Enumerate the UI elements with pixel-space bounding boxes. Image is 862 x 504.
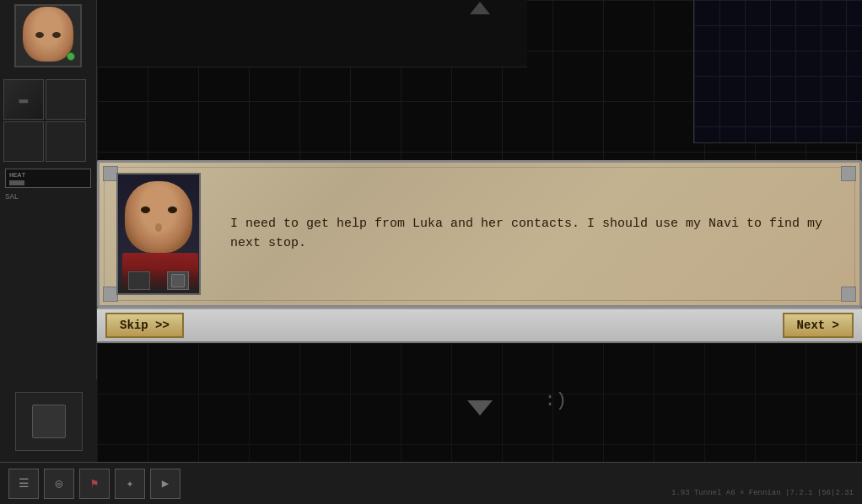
eye-right — [52, 32, 61, 38]
small-panel-content — [15, 392, 83, 451]
portrait-action-2[interactable] — [167, 271, 189, 290]
emoticon-icon: :) — [545, 390, 567, 411]
eye-left — [35, 32, 44, 38]
target-icon[interactable]: ◎ — [44, 469, 74, 499]
dialog-text-area: I need to get help from Luka and her con… — [213, 206, 843, 261]
panel-icon — [32, 405, 66, 438]
flag-icon[interactable]: ⚑ — [79, 469, 110, 499]
inv-slot-2[interactable] — [46, 79, 86, 120]
button-bar: Skip >> Next > — [97, 308, 862, 343]
next-button[interactable]: Next > — [783, 313, 854, 338]
bottom-bar: ☰ ◎ ⚑ ✦ ▶ 1.93 Tunnel A6 × Fennian |7.2.… — [0, 462, 862, 504]
lower-game-area: :) — [97, 343, 862, 462]
bottom-icon-row: ☰ ◎ ⚑ ✦ ▶ — [8, 469, 180, 499]
map-region-1 — [97, 0, 527, 67]
corner-decoration-br — [841, 287, 856, 302]
status-dot — [67, 52, 75, 61]
skip-button[interactable]: Skip >> — [105, 313, 184, 338]
dialog-portrait — [116, 173, 201, 295]
direction-up-icon — [470, 2, 490, 14]
inv-slot-4[interactable] — [46, 121, 86, 162]
corner-decoration-tr — [841, 166, 856, 181]
inventory-grid: ▬ — [0, 76, 96, 165]
direction-down-icon — [467, 400, 493, 416]
dialog-overlay: I need to get help from Luka and her con… — [97, 160, 862, 308]
menu-icon[interactable]: ☰ — [8, 469, 39, 499]
portrait-action-1[interactable] — [128, 271, 150, 290]
dialog-box: I need to get help from Luka and her con… — [97, 160, 862, 308]
dialog-nose — [155, 223, 162, 232]
weapon-icon[interactable]: ✦ — [115, 469, 145, 499]
heat-fill — [9, 180, 24, 185]
inv-slot-1[interactable]: ▬ — [3, 79, 44, 120]
heat-bar: HEAT — [5, 169, 91, 188]
left-lower-panel — [0, 379, 97, 464]
dialog-text: I need to get help from Luka and her con… — [230, 215, 826, 253]
portrait-bottom-strip — [118, 268, 199, 293]
heat-label: HEAT — [9, 171, 87, 179]
status-text: 1.93 Tunnel A6 × Fennian |7.2.1 |56|2.31 — [671, 489, 854, 497]
mini-map — [693, 0, 862, 143]
inv-slot-3[interactable] — [3, 121, 44, 162]
action-icon[interactable]: ▶ — [150, 469, 180, 499]
sal-label: SAL — [0, 191, 96, 203]
dialog-eye-left — [141, 206, 150, 213]
dialog-eye-right — [168, 206, 177, 213]
top-portrait — [14, 4, 82, 67]
